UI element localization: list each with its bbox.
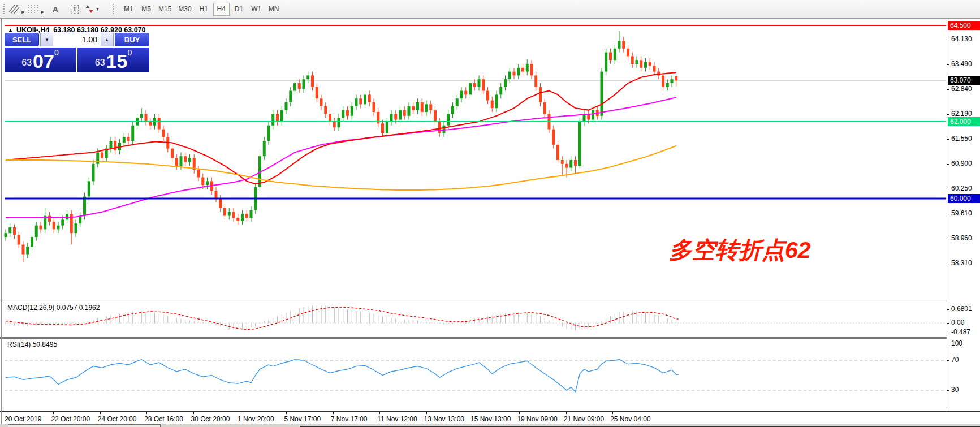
price-axis[interactable]: 64.13063.49062.84062.19061.55060.90060.2… bbox=[947, 19, 980, 411]
time-tick-mark bbox=[426, 412, 427, 414]
time-tick-mark bbox=[612, 412, 613, 414]
chevron-down-icon: ▾ bbox=[96, 7, 98, 12]
dot-grid-f-tool-button[interactable]: F bbox=[27, 2, 46, 16]
time-tick-mark bbox=[379, 412, 380, 414]
time-axis-label: 22 Oct 20:00 bbox=[51, 415, 90, 423]
macd-axis-label: -0.487 bbox=[951, 328, 970, 336]
price-axis-label: 60.250 bbox=[951, 184, 972, 192]
window-left-border bbox=[3, 19, 3, 424]
timeframe-m5-button[interactable]: M5 bbox=[138, 3, 154, 16]
buy-price-display[interactable]: 63 15 0 bbox=[77, 48, 149, 72]
toolbar-drag-handle[interactable] bbox=[2, 3, 5, 15]
axis-tick-mark bbox=[947, 89, 949, 90]
time-tick-mark bbox=[473, 412, 473, 414]
text-a-icon: A bbox=[53, 5, 59, 14]
mt4-chart-window: E F A T ▾ bbox=[0, 0, 980, 427]
axis-tick-mark bbox=[947, 344, 949, 344]
price-axis-label: 60.900 bbox=[951, 159, 972, 167]
macd-indicator-canvas[interactable] bbox=[0, 301, 947, 337]
time-axis[interactable]: 20 Oct 201922 Oct 20:0024 Oct 20:0028 Oc… bbox=[0, 411, 980, 425]
buy-price-sup: 0 bbox=[127, 49, 132, 57]
price-axis-label: 59.610 bbox=[951, 209, 972, 217]
rsi-axis-label: 100 bbox=[951, 339, 962, 347]
timeframe-w1-button[interactable]: W1 bbox=[248, 3, 265, 16]
arrows-tool-button[interactable]: ▾ bbox=[84, 2, 109, 16]
axis-tick-mark bbox=[947, 239, 949, 239]
price-level-badge: 62.000 bbox=[948, 117, 980, 126]
rsi-label: RSI(14) 50.8495 bbox=[7, 340, 57, 348]
time-axis-label: 19 Nov 09:00 bbox=[517, 415, 557, 423]
axis-tick-mark bbox=[947, 189, 949, 189]
axis-tick-mark bbox=[947, 333, 949, 333]
time-tick-mark bbox=[566, 412, 567, 414]
collapse-triangle-icon[interactable]: ▲ bbox=[8, 27, 13, 33]
time-axis-label: 11 Nov 12:00 bbox=[377, 415, 417, 423]
tool-letter: F bbox=[41, 10, 44, 15]
time-tick-mark bbox=[53, 412, 54, 414]
timeframe-m1-button[interactable]: M1 bbox=[120, 3, 137, 16]
price-level-badge: 60.000 bbox=[948, 194, 980, 203]
price-axis-label: 61.550 bbox=[951, 135, 972, 143]
time-axis-label: 13 Nov 13:00 bbox=[424, 415, 464, 423]
volume-increase-button[interactable]: ▲ bbox=[101, 33, 113, 46]
sell-price-big: 07 bbox=[33, 51, 54, 71]
volume-decrease-button[interactable]: ▼ bbox=[41, 33, 53, 46]
hatch-lines-icon bbox=[8, 3, 20, 15]
hatch-lines-e-tool-button[interactable]: E bbox=[7, 2, 27, 16]
axis-tick-mark bbox=[947, 214, 949, 214]
timeframe-d1-button[interactable]: D1 bbox=[231, 3, 247, 16]
timeframe-m30-button[interactable]: M30 bbox=[175, 3, 194, 16]
price-axis-label: 58.310 bbox=[951, 259, 972, 267]
timeframe-h4-button[interactable]: H4 bbox=[213, 3, 230, 16]
price-axis-label: 62.190 bbox=[951, 110, 972, 118]
axis-tick-mark bbox=[947, 264, 949, 264]
rsi-indicator-canvas[interactable] bbox=[0, 339, 947, 411]
time-axis-label: 5 Nov 17:00 bbox=[284, 415, 321, 423]
macd-label: MACD(12,26,9) 0.0757 0.1962 bbox=[7, 304, 100, 312]
price-axis-label: 63.490 bbox=[951, 60, 972, 68]
time-axis-label: 25 Nov 04:00 bbox=[610, 415, 650, 423]
sell-price-prefix: 63 bbox=[21, 54, 32, 71]
time-tick-mark bbox=[286, 412, 287, 414]
sell-button[interactable]: SELL bbox=[5, 33, 39, 46]
timeframe-h1-button[interactable]: H1 bbox=[196, 3, 212, 16]
time-tick-mark bbox=[333, 412, 334, 414]
timeframe-mn-button[interactable]: MN bbox=[266, 3, 282, 16]
macd-axis-label: 0.00 bbox=[951, 318, 964, 326]
toolbar-drag-handle[interactable] bbox=[111, 3, 114, 15]
chart-tab[interactable] bbox=[8, 424, 161, 427]
dot-grid-icon bbox=[27, 4, 40, 14]
text-label-tool-button[interactable]: A bbox=[46, 2, 65, 16]
buy-price-prefix: 63 bbox=[95, 54, 105, 71]
one-click-trading-widget: SELL ▼ ▲ BUY 63 07 0 63 15 0 bbox=[5, 33, 149, 72]
price-level-badge: 64.500 bbox=[948, 21, 980, 30]
time-tick-mark bbox=[100, 412, 101, 414]
axis-tick-mark bbox=[947, 40, 949, 40]
top-toolbar: E F A T ▾ bbox=[0, 0, 980, 19]
axis-tick-mark bbox=[947, 360, 949, 361]
time-axis-label: 1 Nov 20:00 bbox=[238, 415, 274, 423]
window-left-border bbox=[1, 19, 2, 424]
text-box-tool-button[interactable]: T bbox=[65, 2, 84, 16]
price-level-badge: 63.070 bbox=[948, 76, 980, 85]
timeframe-m15-button[interactable]: M15 bbox=[156, 3, 174, 16]
tool-letter: E bbox=[21, 10, 24, 15]
buy-button[interactable]: BUY bbox=[115, 33, 149, 46]
timeframe-group: M1M5M15M30H1H4D1W1MN bbox=[120, 3, 283, 16]
text-box-t-icon: T bbox=[71, 5, 79, 14]
rsi-axis-label: 30 bbox=[951, 386, 959, 394]
time-axis-label: 30 Oct 20:00 bbox=[191, 415, 230, 423]
time-tick-mark bbox=[519, 412, 520, 414]
rsi-axis-label: 70 bbox=[951, 356, 959, 364]
axis-tick-mark bbox=[947, 309, 949, 310]
axis-tick-mark bbox=[947, 323, 949, 324]
axis-tick-mark bbox=[947, 114, 949, 115]
sell-price-display[interactable]: 63 07 0 bbox=[5, 48, 76, 72]
time-axis-label: 20 Oct 2019 bbox=[5, 415, 41, 423]
time-axis-label: 7 Nov 17:00 bbox=[331, 415, 368, 423]
volume-input[interactable] bbox=[53, 33, 101, 46]
time-axis-label: 28 Oct 16:00 bbox=[144, 415, 183, 423]
chart-annotation-text[interactable]: 多空转折点62 bbox=[669, 235, 811, 266]
axis-tick-mark bbox=[947, 139, 949, 140]
axis-tick-mark bbox=[947, 64, 949, 65]
